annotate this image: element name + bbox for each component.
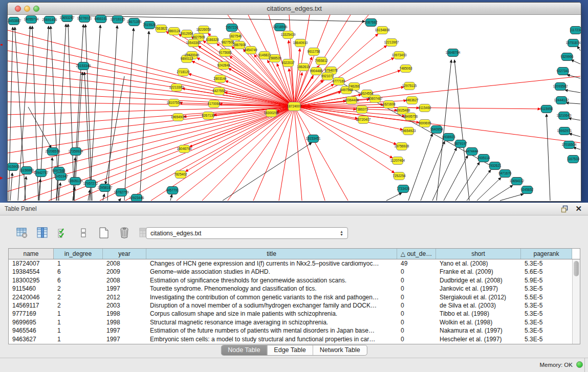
graph-node-label: 7386372 (355, 107, 368, 111)
table-settings-icon[interactable] (15, 226, 29, 239)
graph-node-label: 11451947 (54, 174, 69, 178)
column-header-pagerank[interactable]: pagerank (521, 249, 572, 259)
table-row[interactable]: 2242004622012Investigating the contribut… (9, 293, 580, 301)
table-cell: Franke et al. (2009) (436, 268, 521, 276)
table-cell: 5.5E-5 (521, 293, 572, 301)
table-cell: Stergiakouli et al. (2012) (436, 293, 521, 301)
column-header-year[interactable]: year (103, 249, 146, 259)
table-row[interactable]: 1456911722003Disruption of a novel membe… (9, 301, 580, 310)
table-cell: Wolkin et al. (1998) (436, 318, 521, 326)
node-table: namein_degreeyeartitle△ out_de…shortpage… (8, 248, 580, 344)
table-cell: Dudbridge et al. (2008) (436, 276, 521, 285)
table-panel: Table Panel ✕ (0, 203, 588, 372)
table-cell: de Silva et al. (2003) (436, 301, 521, 310)
graph-node-label: 1733426 (397, 187, 410, 190)
close-panel-icon[interactable]: ✕ (575, 204, 582, 213)
table-cell: Corpus callosum shape and size in male p… (146, 310, 397, 318)
table-row[interactable]: 969969511998Structural magnetic resonanc… (9, 318, 580, 326)
table-cell: Hescheler et al. (1997) (436, 335, 521, 343)
table-cell: 9463627 (9, 335, 54, 343)
table-row[interactable]: 977716911998Corpus callosum shape and si… (9, 310, 580, 318)
citation-network-graph: 1645388714055714206914061065328715276021… (8, 15, 581, 201)
column-header-short[interactable]: short (436, 249, 521, 259)
graph-node-label: 6879197 (454, 142, 467, 145)
delete-table-icon[interactable] (118, 226, 131, 239)
table-body: 1872400712008Changes of HCN gene express… (9, 259, 580, 344)
graph-node-label: 2867608 (233, 43, 246, 47)
graph-node-label: 12942757 (34, 171, 49, 174)
table-selector-dropdown[interactable]: citations_edges.txt ▲▼ (146, 227, 348, 239)
graph-node-label: 7825402 (174, 172, 187, 176)
table-row[interactable]: 946554611997Estimation of the future num… (9, 326, 580, 335)
table-cell: 5.3E-5 (521, 335, 572, 343)
background-artifact (1, 44, 3, 46)
column-header-out_de[interactable]: △ out_de… (397, 249, 436, 259)
table-cell: Embryonic stem cells: a model to study s… (146, 335, 397, 343)
tab-node-table[interactable]: Node Table (221, 345, 267, 355)
table-cell: Estimation of significance thresholds fo… (146, 276, 397, 285)
table-row[interactable]: 911546021997Tourette syndrome. Phenomeno… (9, 285, 580, 293)
graph-node-label: 16782759 (114, 190, 129, 194)
graph-node-label: 7957224 (225, 26, 238, 29)
float-panel-icon[interactable] (561, 205, 569, 213)
table-cell: Yano et al. (2008) (436, 259, 521, 268)
graph-node-label: 1167533 (567, 157, 580, 161)
graph-node-label: 12093582 (553, 84, 568, 88)
graph-node-label: 9611758 (308, 50, 320, 53)
column-header-name[interactable]: name (9, 249, 54, 259)
graph-node-label: 16453887 (8, 19, 21, 23)
table-cell: 2003 (103, 301, 146, 310)
graph-node-label: 20364486 (344, 98, 359, 102)
table-cell: 5.3E-5 (521, 259, 572, 268)
scrollbar-thumb[interactable] (574, 261, 579, 276)
show-columns-icon[interactable] (36, 226, 49, 239)
table-cell: 0 (397, 326, 436, 335)
table-cell: 49 (397, 259, 436, 268)
graph-node-label: 14055714 (24, 17, 39, 21)
graph-node-label: 18640910 (293, 41, 308, 45)
graph-node-label: 16154808 (375, 28, 390, 32)
table-cell: 22420046 (9, 293, 54, 301)
window-titlebar[interactable]: citations_edges.txt (8, 3, 581, 15)
desktop-background: citations_edges.txt 16453887140557142069… (0, 0, 588, 372)
graph-node-label: 11207464 (390, 159, 405, 162)
background-artifact (0, 177, 3, 180)
table-cell: 0 (397, 276, 436, 285)
table-cell: 1 (54, 259, 103, 268)
table-row[interactable]: 1872400712008Changes of HCN gene express… (9, 259, 580, 268)
table-row[interactable]: 946362711997Embryonic stem cells: a mode… (9, 335, 580, 343)
network-canvas[interactable]: 1645388714055714206914061065328715276021… (8, 15, 581, 201)
graph-node-label: 9463627 (405, 98, 419, 102)
vertical-scrollbar[interactable] (572, 259, 580, 344)
graph-node-label: 2803144 (213, 77, 227, 80)
table-cell: 1997 (103, 326, 146, 335)
tab-edge-table[interactable]: Edge Table (267, 345, 313, 355)
graph-node-label: 20206576 (46, 149, 60, 153)
select-all-icon[interactable] (56, 226, 70, 239)
table-row[interactable]: 1830029562008Estimation of significance … (9, 276, 580, 285)
row-height-icon[interactable] (77, 226, 90, 239)
table-cell: 5.3E-5 (521, 318, 572, 326)
graph-node-label: 19756928 (395, 144, 409, 148)
graph-node-label: 7955812 (315, 59, 328, 62)
table-cell: Jankovic et al. (1997) (436, 285, 521, 293)
table-row[interactable]: 1938455462009Genome–wide association stu… (9, 268, 580, 276)
dropdown-spinner-icon: ▲▼ (340, 230, 343, 236)
graph-node-label: 8471676 (498, 171, 512, 175)
graph-node-label: 9115460 (419, 106, 431, 110)
graph-node-label: 9474444 (465, 149, 478, 153)
column-header-in_degree[interactable]: in_degree (54, 249, 103, 259)
graph-node-label: 22420046 (185, 53, 200, 57)
graph-node-label: 9904485 (310, 69, 323, 73)
column-header-title[interactable]: title (146, 249, 397, 259)
graph-node-label: 10543362 (186, 41, 201, 45)
tab-network-table[interactable]: Network Table (313, 345, 367, 355)
table-cell: 2 (54, 285, 103, 293)
graph-node-label: 16046798 (177, 147, 192, 150)
new-table-icon[interactable] (97, 226, 111, 239)
graph-node-label: 9097588 (52, 169, 66, 172)
graph-node-label: 2087682 (364, 20, 378, 24)
graph-node-label: 16648784 (446, 51, 461, 54)
graph-node-label: 9827509 (192, 35, 205, 39)
graph-node-label: 9245652 (520, 188, 534, 191)
